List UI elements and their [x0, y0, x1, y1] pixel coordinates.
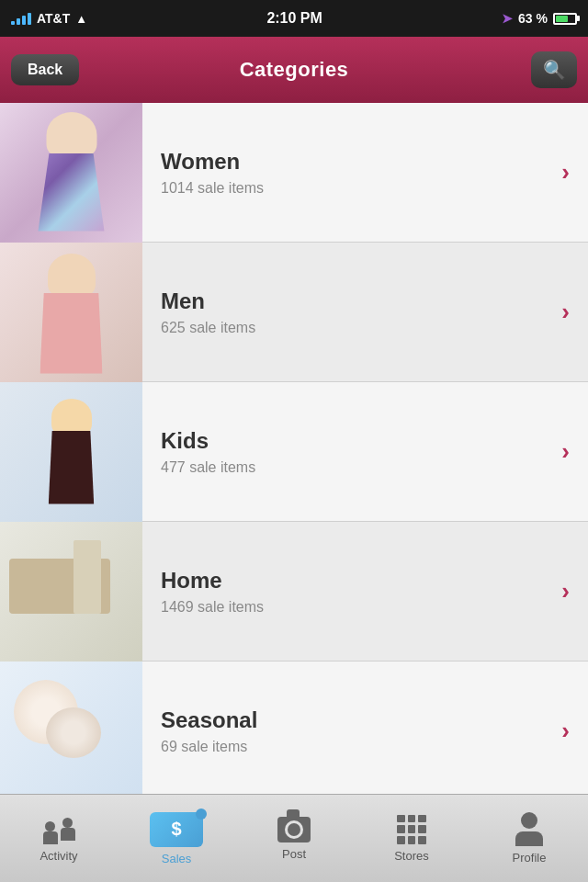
category-name-home: Home	[161, 568, 543, 594]
category-count-men: 625 sale items	[161, 320, 543, 336]
status-left: AT&T ▲	[11, 11, 87, 26]
tab-post[interactable]: Post	[235, 795, 353, 882]
category-info-men: Men 625 sale items	[142, 288, 561, 336]
search-icon: 🔍	[543, 59, 566, 81]
category-count-kids: 477 sale items	[161, 459, 543, 476]
category-name-seasonal: Seasonal	[161, 707, 543, 733]
category-count-seasonal: 69 sale items	[161, 739, 543, 755]
category-thumb-women	[0, 103, 142, 243]
category-info-seasonal: Seasonal 69 sale items	[142, 707, 561, 755]
category-item-home[interactable]: Home 1469 sale items ›	[0, 522, 588, 662]
nav-bar: Back Categories 🔍	[0, 37, 588, 103]
chevron-right-icon-men: ›	[561, 298, 588, 326]
status-bar: AT&T ▲ 2:10 PM ➤ 63 %	[0, 0, 588, 37]
tab-activity[interactable]: Activity	[0, 795, 118, 882]
tab-bar: Activity Sales Post Stores Profile	[0, 794, 588, 882]
tab-stores[interactable]: Stores	[353, 795, 470, 882]
page-title: Categories	[240, 58, 349, 82]
tab-profile[interactable]: Profile	[470, 795, 588, 882]
category-info-home: Home 1469 sale items	[142, 568, 561, 616]
battery-percent: 63 %	[518, 11, 548, 26]
category-count-home: 1469 sale items	[161, 599, 543, 616]
chevron-right-icon-home: ›	[561, 577, 588, 605]
carrier-label: AT&T	[37, 11, 70, 26]
search-button[interactable]: 🔍	[531, 51, 577, 88]
category-item-seasonal[interactable]: Seasonal 69 sale items ›	[0, 662, 588, 801]
category-item-men[interactable]: Men 625 sale items ›	[0, 243, 588, 382]
time-display: 2:10 PM	[266, 10, 322, 27]
camera-icon	[277, 817, 311, 842]
activity-icon	[43, 815, 75, 844]
category-name-men: Men	[161, 288, 543, 314]
category-count-women: 1014 sale items	[161, 180, 543, 197]
tab-post-label: Post	[282, 847, 306, 861]
battery-icon	[553, 13, 577, 25]
tab-stores-label: Stores	[394, 849, 429, 863]
category-thumb-kids	[0, 382, 142, 522]
sales-icon	[150, 812, 203, 847]
category-list: Women 1014 sale items › Men 625 sale ite…	[0, 103, 588, 801]
status-right: ➤ 63 %	[502, 11, 577, 26]
category-name-kids: Kids	[161, 428, 543, 454]
profile-icon	[515, 812, 543, 846]
category-thumb-home	[0, 522, 142, 662]
category-thumb-seasonal	[0, 662, 142, 801]
category-item-women[interactable]: Women 1014 sale items ›	[0, 103, 588, 243]
tab-sales-label: Sales	[162, 852, 192, 865]
tab-activity-label: Activity	[40, 849, 77, 863]
chevron-right-icon-kids: ›	[561, 437, 588, 466]
chevron-right-icon-women: ›	[561, 158, 588, 187]
chevron-right-icon-seasonal: ›	[561, 717, 588, 745]
tab-profile-label: Profile	[513, 851, 547, 865]
category-info-kids: Kids 477 sale items	[142, 428, 561, 476]
tab-sales[interactable]: Sales	[118, 795, 235, 882]
signal-bars	[11, 12, 31, 25]
category-name-women: Women	[161, 149, 543, 175]
category-info-women: Women 1014 sale items	[142, 149, 561, 197]
back-button[interactable]: Back	[11, 54, 79, 85]
category-item-kids[interactable]: Kids 477 sale items ›	[0, 382, 588, 522]
stores-icon	[397, 815, 426, 844]
location-icon: ➤	[502, 11, 513, 26]
wifi-icon: ▲	[75, 12, 87, 26]
category-thumb-men	[0, 243, 142, 382]
